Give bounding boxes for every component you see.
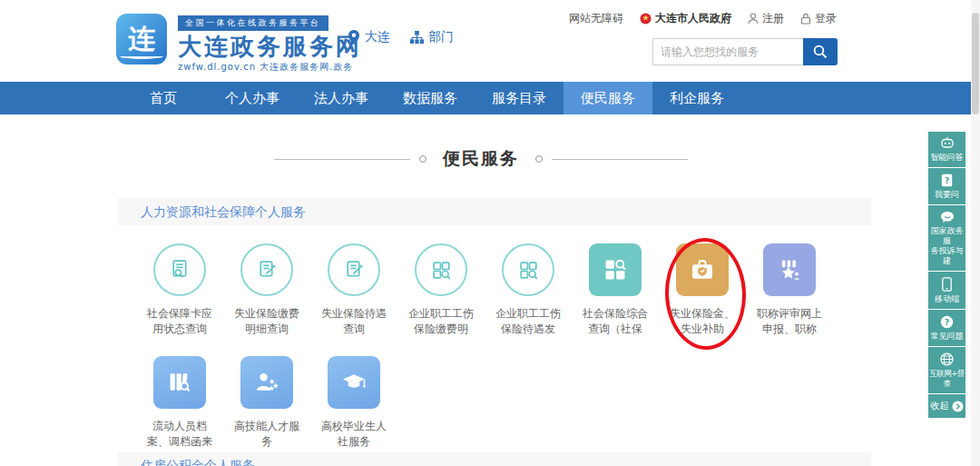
- quick-access-sidebar: 智能问答 ? 我要问 国家政务服务投诉与建 移动端 ? 常见问题: [928, 132, 965, 418]
- service-unemployment-benefit-query[interactable]: 失业保险待遇查询: [310, 243, 397, 337]
- svg-text:?: ?: [945, 317, 950, 327]
- service-social-insurance-query[interactable]: 社会保险综合查询（社保: [572, 243, 659, 337]
- service-unemployment-subsidy[interactable]: 失业保险金、失业补助: [659, 243, 746, 337]
- service-graduates[interactable]: 高校毕业生人社服务: [310, 356, 397, 450]
- location-label: 大连: [365, 29, 390, 45]
- service-personnel-archives[interactable]: 流动人员档案、调档函来: [136, 356, 223, 450]
- service-label: 失业保险金、失业补助: [670, 306, 735, 337]
- nav-item-convenience[interactable]: 便民服务: [564, 82, 652, 114]
- accessibility-link[interactable]: 网站无障碍: [569, 11, 623, 26]
- grid-search-icon: [502, 243, 554, 296]
- nav-item-home[interactable]: 首页: [119, 82, 208, 114]
- platform-banner: 全国一体化在线政务服务平台: [178, 15, 328, 31]
- search-button[interactable]: [803, 38, 838, 65]
- site-title-block: 全国一体化在线政务服务平台 大连政务服务网 zwfw.dl.gov.cn 大连政…: [178, 12, 362, 74]
- service-grid-row1: 社会保障卡应用状态查询 失业保险缴费明细查询 失业保险待遇查询: [136, 243, 833, 337]
- page-scrollbar[interactable]: [971, 0, 980, 466]
- user-icon: [748, 13, 759, 25]
- sidebar-item-national-complaints[interactable]: 国家政务服务投诉与建: [928, 205, 965, 271]
- government-label: 大连市人民政府: [655, 11, 731, 26]
- page-title: 便民服务: [436, 147, 526, 171]
- service-unemployment-payment-detail[interactable]: 失业保险缴费明细查询: [223, 243, 310, 337]
- sidebar-item-smart-qa[interactable]: 智能问答: [928, 132, 965, 167]
- page-title-row: 便民服务: [118, 147, 844, 171]
- books-search-icon: [153, 356, 206, 409]
- service-label: 社会保险综合查询（社保: [583, 306, 648, 337]
- nav-item-data[interactable]: 数据服务: [386, 82, 475, 114]
- national-emblem-icon: [640, 13, 652, 25]
- login-link[interactable]: 登录: [800, 11, 837, 26]
- register-label: 注册: [762, 11, 784, 26]
- section-title-hr-social: 人力资源和社会保障个人服务: [118, 198, 871, 225]
- org-chart-icon: [410, 31, 424, 45]
- nav-item-personal[interactable]: 个人办事: [208, 82, 297, 114]
- service-label: 失业保险待遇查询: [321, 306, 387, 337]
- service-label: 职称评审网上申报、职称: [757, 306, 822, 337]
- service-label: 高技能人才服务: [234, 419, 299, 450]
- sidebar-collapse-button[interactable]: 收起: [928, 394, 965, 418]
- chat-bubble-icon: [940, 211, 955, 223]
- decor-dot-left: [419, 155, 426, 163]
- site-logo[interactable]: 连: [116, 14, 167, 64]
- service-social-security-card[interactable]: 社会保障卡应用状态查询: [136, 243, 223, 337]
- scrollbar-thumb[interactable]: [972, 13, 979, 114]
- government-site-link[interactable]: 大连市人民政府: [640, 11, 731, 26]
- logo-glyph: 连: [128, 21, 155, 58]
- search-icon: [813, 45, 828, 59]
- service-label: 失业保险缴费明细查询: [234, 306, 299, 337]
- sidebar-item-ask[interactable]: ? 我要问: [928, 168, 965, 204]
- service-injury-insurance-benefit[interactable]: 企业职工工伤保险待遇发: [485, 243, 572, 337]
- service-label: 流动人员档案、调档函来: [147, 419, 212, 450]
- person-stars-icon: [240, 356, 293, 409]
- svg-text:?: ?: [945, 176, 949, 185]
- service-label: 高校毕业生人社服务: [321, 419, 387, 450]
- sidebar-item-internet-supervision[interactable]: 互联网+督查: [928, 347, 965, 393]
- service-title-review[interactable]: 职称评审网上申报、职称: [746, 243, 833, 337]
- login-label: 登录: [815, 11, 837, 26]
- location-selector[interactable]: 大连: [348, 29, 390, 45]
- chevron-right-circle-icon: [952, 401, 964, 412]
- location-pin-icon: [348, 30, 360, 45]
- service-injury-insurance-payment[interactable]: 企业职工工伤保险缴费明: [397, 243, 485, 337]
- grid-search-icon: [415, 243, 467, 296]
- globe-icon: [940, 352, 954, 366]
- briefcase-shield-icon: [676, 243, 729, 296]
- department-selector[interactable]: 部门: [410, 29, 454, 45]
- accessibility-label: 网站无障碍: [569, 11, 623, 26]
- robot-icon: [940, 137, 955, 150]
- top-utility-links: 网站无障碍 大连市人民政府 注册 登录: [569, 11, 837, 26]
- service-grid-row2: 流动人员档案、调档函来 高技能人才服务: [136, 356, 397, 450]
- nav-item-catalog[interactable]: 服务目录: [475, 82, 564, 114]
- nav-item-legal[interactable]: 法人办事: [297, 82, 386, 114]
- doc-search-icon: [153, 243, 206, 296]
- doc-edit-icon: [328, 243, 380, 296]
- service-label: 企业职工工伤保险待遇发: [495, 306, 561, 337]
- lock-icon: [800, 13, 811, 25]
- sidebar-item-faq[interactable]: ? 常见问题: [928, 310, 965, 346]
- search-bar: [652, 38, 838, 65]
- decor-dot-right: [535, 155, 543, 163]
- service-skilled-talent[interactable]: 高技能人才服务: [223, 356, 310, 450]
- star-person-icon: [763, 243, 816, 296]
- search-input[interactable]: [652, 38, 803, 65]
- main-nav: 首页 个人办事 法人办事 数据服务 服务目录 便民服务 利企服务: [0, 82, 980, 114]
- service-label: 社会保障卡应用状态查询: [147, 306, 212, 337]
- site-subtitle: zwfw.dl.gov.cn 大连政务服务网.政务: [178, 61, 362, 74]
- logo-wave-decor: [120, 54, 163, 59]
- decor-line-left: [274, 159, 410, 160]
- sidebar-item-mobile[interactable]: 移动端: [928, 272, 965, 309]
- graduation-cap-icon: [328, 356, 380, 409]
- site-name: 大连政务服务网: [178, 33, 362, 60]
- register-link[interactable]: 注册: [748, 11, 784, 26]
- doc-edit-icon: [240, 243, 293, 296]
- decor-line-right: [552, 159, 688, 160]
- phone-icon: [942, 277, 952, 292]
- service-label: 企业职工工伤保险缴费明: [408, 306, 474, 337]
- grid-search-tile-icon: [589, 243, 642, 296]
- department-label: 部门: [428, 29, 454, 45]
- nav-item-enterprise[interactable]: 利企服务: [652, 82, 741, 114]
- question-doc-icon: ?: [941, 174, 953, 187]
- section-title-housing-fund: 住房公积金个人服务: [118, 451, 871, 466]
- site-header: 连 全国一体化在线政务服务平台 大连政务服务网 zwfw.dl.gov.cn 大…: [0, 0, 971, 82]
- question-circle-icon: ?: [940, 315, 954, 329]
